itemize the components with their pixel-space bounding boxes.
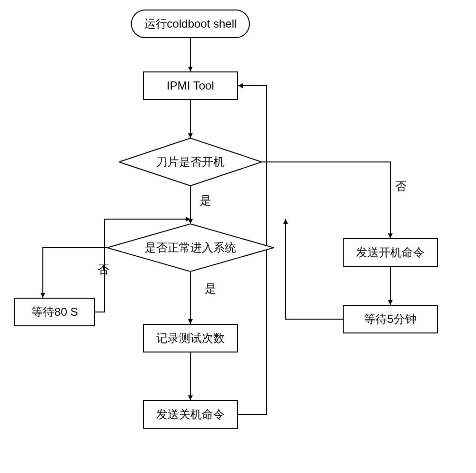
- poweron-label: 发送开机命令: [356, 245, 425, 260]
- start-node: 运行coldboot shell: [131, 10, 250, 38]
- flowchart-canvas: 运行coldboot shell IPMI Tool 刀片是否开机 是否正常进入…: [0, 0, 476, 473]
- wait80-node: 等待80 S: [14, 298, 95, 326]
- d1-no-label: 否: [395, 179, 407, 194]
- shutdown-node: 发送关机命令: [143, 400, 238, 429]
- wait5-node: 等待5分钟: [343, 305, 438, 333]
- d1-yes-label: 是: [200, 193, 211, 208]
- decision-enter-system: 是否正常进入系统: [107, 224, 274, 272]
- d2-no-label: 否: [98, 262, 109, 277]
- decision-enter-system-label: 是否正常进入系统: [145, 240, 236, 255]
- poweron-node: 发送开机命令: [343, 238, 438, 267]
- wait5-label: 等待5分钟: [364, 312, 416, 327]
- d2-yes-label: 是: [205, 281, 216, 296]
- ipmi-tool-node: IPMI Tool: [143, 71, 238, 100]
- decision-power-on-label: 刀片是否开机: [156, 154, 225, 170]
- record-label: 记录测试次数: [156, 331, 225, 346]
- record-node: 记录测试次数: [143, 324, 238, 352]
- shutdown-label: 发送关机命令: [156, 407, 225, 422]
- wait80-label: 等待80 S: [31, 304, 78, 320]
- ipmi-tool-label: IPMI Tool: [167, 79, 214, 92]
- start-label: 运行coldboot shell: [144, 16, 237, 31]
- decision-power-on: 刀片是否开机: [119, 138, 262, 186]
